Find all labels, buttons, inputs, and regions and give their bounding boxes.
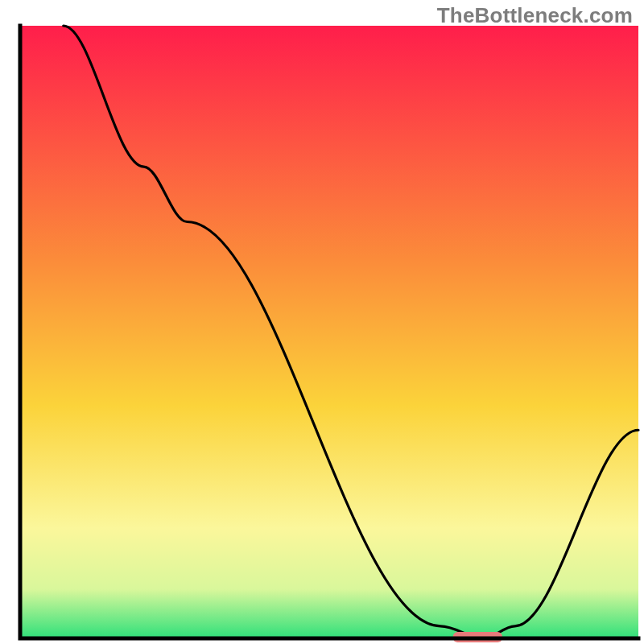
chart-svg (0, 0, 644, 644)
bottleneck-chart: TheBottleneck.com (0, 0, 644, 644)
